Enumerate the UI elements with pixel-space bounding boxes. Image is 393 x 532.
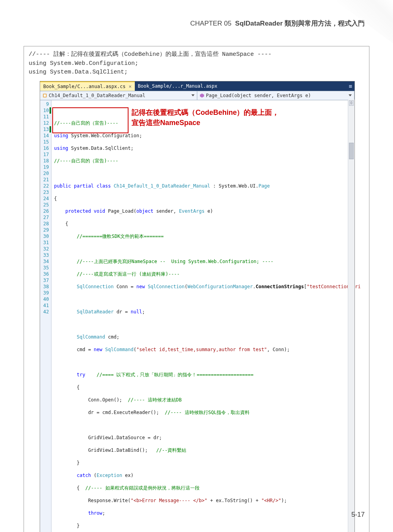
scrollbar[interactable]: ▯: [348, 99, 354, 532]
vs-tabs: Book_Sample/C...anual.aspx.cs × Book_Sam…: [40, 81, 354, 91]
method-dropdown-text: Page_Load(object sender, EventArgs e): [206, 92, 311, 99]
tab-inactive[interactable]: Book_Sample/...r_Manual.aspx: [135, 81, 220, 91]
class-dropdown-text: Ch14_Default_1_0_DataReader_Manual: [49, 92, 145, 99]
listing-box: //---- 註解：記得在後置程式碼（CodeBehine）的最上面，宣告這些 …: [24, 46, 369, 532]
red-annotation: 記得在後置程式碼（CodeBehine）的最上面， 宣告這些NameSpace: [132, 107, 352, 128]
class-dropdown[interactable]: Ch14_Default_1_0_DataReader_Manual: [40, 91, 197, 100]
vs-body: 9 10 11 12 13 14 15 16 17 18 19 20 21 22…: [40, 100, 354, 532]
svg-marker-2: [200, 93, 204, 98]
method-dropdown[interactable]: Page_Load(object sender, EventArgs e): [197, 91, 354, 100]
line-gutter: 9 10 11 12 13 14 15 16 17 18 19 20 21 22…: [40, 100, 51, 532]
red-annot-line1: 記得在後置程式碼（CodeBehine）的最上面，: [132, 109, 279, 116]
using-1: using System.Web.Configuration;: [29, 59, 364, 68]
code-line: //----自己寫的（宣告)----: [54, 158, 118, 164]
class-icon: [42, 93, 47, 98]
chapter-header: CHAPTER 05 SqlDataReader 類別與常用方法，程式入門: [24, 19, 369, 28]
close-icon[interactable]: ×: [129, 83, 132, 90]
using-2: using System.Data.SqlClient;: [29, 68, 364, 77]
tab-active[interactable]: Book_Sample/C...anual.aspx.cs ×: [40, 81, 135, 91]
code-line: //----自己寫的（宣告)----: [54, 120, 118, 126]
chevron-down-icon: [349, 94, 352, 96]
code-area[interactable]: //----自己寫的（宣告)---- using System.Web.Conf…: [51, 100, 360, 532]
chapter-number: CHAPTER 05: [190, 20, 231, 27]
svg-rect-1: [44, 94, 46, 97]
page-number: 5-17: [351, 511, 365, 519]
vs-nav-bar: Ch14_Default_1_0_DataReader_Manual Page_…: [40, 91, 354, 100]
chevron-down-icon: [191, 94, 195, 96]
top-comment: //---- 註解：記得在後置程式碼（CodeBehine）的最上面，宣告這些 …: [29, 50, 364, 59]
chapter-title: SqlDataReader 類別與常用方法，程式入門: [235, 20, 365, 27]
vs-editor: Book_Sample/C...anual.aspx.cs × Book_Sam…: [40, 81, 355, 532]
red-annot-line2: 宣告這些NameSpace: [132, 119, 200, 127]
method-icon: [200, 93, 204, 98]
tab-inactive-label: Book_Sample/...r_Manual.aspx: [138, 83, 217, 90]
tabs-overflow-icon[interactable]: ≡: [347, 81, 354, 91]
tab-active-label: Book_Sample/C...anual.aspx.cs: [43, 83, 126, 90]
scroll-split-icon[interactable]: ▯: [349, 100, 354, 106]
scroll-thumb[interactable]: [349, 143, 354, 159]
